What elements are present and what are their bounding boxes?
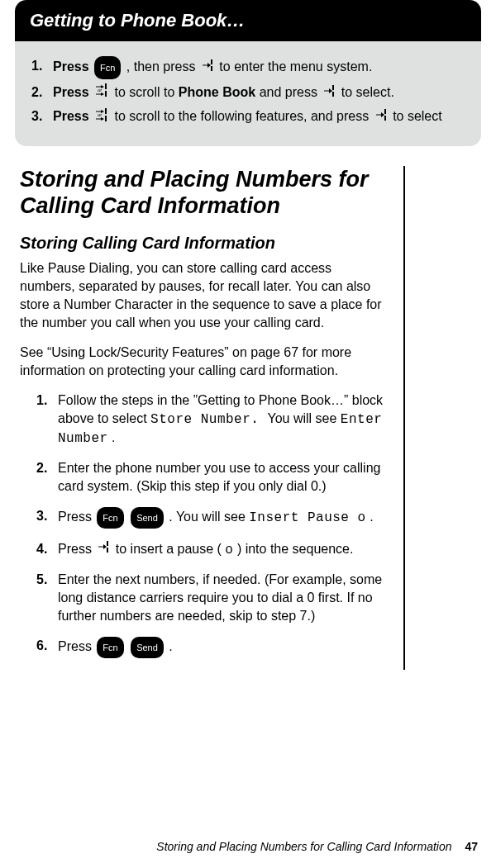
bold-press: Press [53, 85, 93, 99]
instruction-number: 1. [31, 56, 46, 76]
svg-marker-12 [329, 88, 332, 93]
text: ) into the sequence. [237, 542, 354, 556]
step-list: 1. Follow the steps in the ”Getting to P… [36, 391, 384, 658]
step-4: 4. Press to insert a pause ( o ) into th… [36, 540, 384, 559]
svg-rect-29 [107, 548, 108, 553]
right-nav-icon [201, 58, 214, 78]
instruction-box: 1. Press Fcn , then press to enter the m… [15, 41, 481, 146]
paragraph-1: Like Pause Dialing, you can store callin… [20, 259, 384, 332]
instruction-2: 2. Press or to scroll to Phone Book and … [31, 83, 465, 103]
or-scroll-icon: or [94, 83, 109, 103]
content-area: Storing and Placing Numbers for Calling … [20, 166, 476, 670]
section-subtitle: Storing Calling Card Information [20, 234, 384, 253]
instruction-number: 3. [31, 107, 46, 126]
svg-marker-23 [381, 112, 384, 117]
svg-text:or: or [98, 88, 102, 92]
instruction-3: 3. Press or to scroll to the following f… [31, 107, 465, 127]
bold-phone-book: Phone Book [179, 85, 255, 99]
svg-rect-21 [105, 116, 107, 121]
text: Press [58, 639, 95, 653]
text: . [370, 510, 373, 524]
text: . [112, 430, 115, 444]
fcn-button-icon: Fcn [97, 637, 123, 658]
svg-rect-14 [332, 92, 334, 97]
text: Press [58, 542, 95, 556]
step-number: 5. [36, 571, 58, 625]
svg-marker-1 [207, 63, 211, 68]
instruction-text: Press or to scroll to Phone Book and pre… [53, 83, 394, 103]
svg-marker-19 [101, 117, 104, 121]
bold-press: Press [53, 109, 93, 123]
paragraph-2: See “Using Lock/Security Features” on pa… [20, 344, 384, 380]
fcn-button-icon: Fcn [97, 507, 123, 529]
text: to scroll to the following features, and… [115, 109, 373, 123]
text: to insert a pause ( [116, 542, 222, 556]
step-6: 6. Press Fcn Send . [36, 637, 384, 658]
step-text: Press to insert a pause ( o ) into the s… [58, 540, 353, 559]
send-button-icon: Send [131, 637, 164, 658]
step-text: Follow the steps in the ”Getting to Phon… [58, 391, 384, 448]
page: Getting to Phone Book… 1. Press Fcn , th… [0, 0, 496, 868]
step-1: 1. Follow the steps in the ”Getting to P… [36, 391, 384, 448]
step-text: Enter the next numbers, if needed. (For … [58, 571, 384, 625]
text: to select. [341, 85, 394, 99]
step-5: 5. Enter the next numbers, if needed. (F… [36, 571, 384, 625]
right-nav-icon [322, 83, 336, 103]
step-text: Press Fcn Send . You will see Insert Pau… [58, 507, 374, 529]
text: Press [58, 510, 95, 524]
step-3: 3. Press Fcn Send . You will see Insert … [36, 507, 384, 529]
svg-rect-13 [332, 85, 334, 90]
svg-rect-28 [107, 541, 108, 546]
svg-rect-10 [105, 91, 107, 97]
svg-rect-3 [211, 66, 212, 71]
text: to select [393, 109, 442, 123]
right-nav-icon [374, 107, 388, 127]
right-nav-icon [97, 540, 110, 558]
svg-rect-20 [105, 108, 107, 114]
step-number: 4. [36, 540, 58, 559]
text: and press [260, 85, 322, 99]
bold-press: Press [53, 59, 89, 74]
text: . You will see [169, 510, 249, 524]
page-number: 47 [465, 840, 478, 853]
footer-text: Storing and Placing Numbers for Calling … [156, 840, 451, 853]
instruction-text: Press Fcn , then press to enter the menu… [53, 56, 372, 79]
step-number: 2. [36, 459, 58, 496]
text: , then press [126, 59, 199, 74]
fcn-button-icon: Fcn [94, 56, 121, 79]
text-column: Storing and Placing Numbers for Calling … [20, 166, 405, 670]
page-footer: Storing and Placing Numbers for Calling … [156, 840, 478, 853]
svg-text:or: or [98, 112, 102, 117]
svg-rect-2 [211, 59, 212, 64]
or-scroll-icon: or [94, 107, 109, 128]
text: to scroll to [115, 85, 179, 99]
header-bar: Getting to Phone Book… [15, 0, 481, 41]
lcd-text: o [225, 543, 233, 557]
svg-marker-8 [101, 92, 104, 96]
send-button-icon: Send [131, 507, 164, 529]
svg-rect-24 [384, 109, 386, 114]
lcd-text: Store Number. [150, 412, 267, 427]
instruction-number: 2. [31, 83, 46, 102]
svg-rect-9 [105, 83, 107, 89]
step-text: Press Fcn Send . [58, 637, 173, 658]
step-number: 3. [36, 507, 58, 529]
section-title: Storing and Placing Numbers for Calling … [20, 166, 384, 219]
step-number: 6. [36, 637, 58, 658]
text: . [169, 639, 172, 653]
step-text: Enter the phone number you use to access… [58, 459, 384, 496]
text: to enter the menu system. [219, 59, 372, 74]
instruction-text: Press or to scroll to the following feat… [53, 107, 442, 127]
svg-rect-25 [384, 116, 386, 121]
header-title: Getting to Phone Book… [30, 10, 245, 31]
svg-marker-27 [103, 544, 107, 549]
step-number: 1. [36, 391, 58, 448]
text: You will see [268, 411, 341, 425]
instruction-1: 1. Press Fcn , then press to enter the m… [31, 56, 465, 79]
lcd-text: Insert Pause o [249, 510, 365, 525]
step-2: 2. Enter the phone number you use to acc… [36, 459, 384, 496]
